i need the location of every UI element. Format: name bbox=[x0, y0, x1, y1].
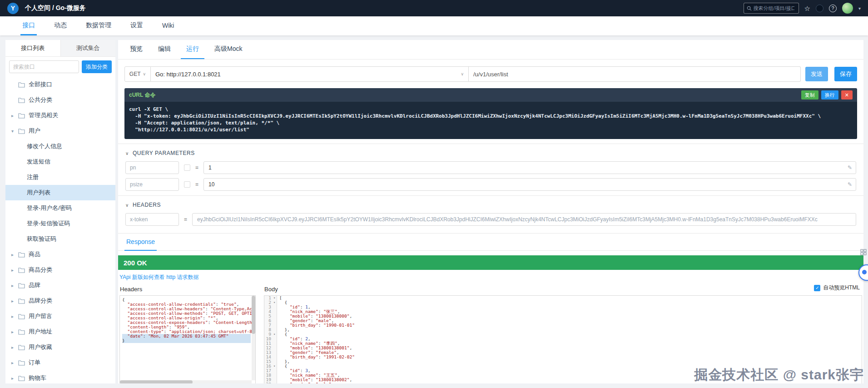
layout-expand-icon[interactable] bbox=[860, 249, 867, 257]
tree-item[interactable]: ▾用户 bbox=[5, 123, 115, 139]
caret-right-icon[interactable]: ▸ bbox=[11, 113, 18, 118]
response-panel: Response 200 OK YApi 新版如何查看 http 请求数据 He… bbox=[118, 233, 863, 383]
param-value-input[interactable]: 1✎ bbox=[203, 161, 856, 174]
sidebar-tab-api-list[interactable]: 接口列表 bbox=[5, 40, 60, 56]
tree-item[interactable]: 全部接口 bbox=[5, 77, 115, 92]
sidebar-tab-test-collection[interactable]: 测试集合 bbox=[60, 40, 116, 56]
tab-edit[interactable]: 编辑 bbox=[153, 40, 176, 59]
curl-copy-button[interactable]: 复制 bbox=[801, 90, 818, 99]
response-headers-code[interactable]: { "access-control-allow-credentials": "t… bbox=[119, 295, 256, 383]
path-input[interactable] bbox=[469, 66, 801, 82]
headers-section-header[interactable]: ∨ HEADERS bbox=[118, 195, 863, 213]
tree-item[interactable]: ▸商品分类 bbox=[5, 262, 115, 278]
fold-caret-icon[interactable]: ▾ bbox=[272, 364, 277, 368]
tab-preview[interactable]: 预览 bbox=[124, 40, 148, 59]
response-body-label: Body bbox=[264, 284, 862, 295]
caret-right-icon[interactable]: ▸ bbox=[11, 345, 18, 350]
tree-item[interactable]: ▸用户留言 bbox=[5, 308, 115, 324]
fold-caret-icon[interactable]: ▾ bbox=[272, 332, 277, 337]
fold-gutter bbox=[272, 309, 277, 314]
edit-pencil-icon[interactable]: ✎ bbox=[848, 181, 852, 188]
checkbox-checked-icon[interactable]: ✓ bbox=[814, 285, 820, 291]
param-key-input[interactable]: pn bbox=[125, 161, 179, 174]
add-category-button[interactable]: 添加分类 bbox=[82, 60, 112, 73]
param-key-input[interactable]: x-token bbox=[125, 213, 179, 226]
caret-right-icon[interactable]: ▸ bbox=[11, 298, 18, 303]
tree-item[interactable]: 修改个人信息 bbox=[5, 139, 115, 154]
param-checkbox[interactable] bbox=[184, 181, 190, 188]
tree-item[interactable]: ▸品牌分类 bbox=[5, 293, 115, 308]
tree-item[interactable]: ▸管理员相关 bbox=[5, 108, 115, 123]
nav-tab-wiki[interactable]: Wiki bbox=[160, 16, 176, 35]
caret-right-icon[interactable]: ▸ bbox=[11, 283, 18, 288]
curl-line: -H "x-token: eyJhbGciOiJIUzI1NiIsInR5cCI… bbox=[129, 113, 853, 119]
caret-right-icon[interactable]: ▸ bbox=[11, 268, 18, 273]
project-nav: 接口 动态 数据管理 设置 Wiki bbox=[0, 16, 868, 35]
yapi-logo-icon[interactable]: Y bbox=[7, 3, 19, 14]
caret-right-icon[interactable]: ▸ bbox=[11, 252, 18, 257]
send-button[interactable]: 发送 bbox=[805, 67, 828, 81]
tree-item[interactable]: ▸用户收藏 bbox=[5, 339, 115, 355]
nav-tab-activity[interactable]: 动态 bbox=[52, 16, 69, 35]
curl-wrap-button[interactable]: 换行 bbox=[821, 90, 838, 99]
tree-item[interactable]: 登录-用户名/密码 bbox=[5, 200, 115, 216]
tab-advanced-mock[interactable]: 高级Mock bbox=[209, 40, 248, 59]
tree-item[interactable]: ▸品牌 bbox=[5, 278, 115, 293]
folder-icon bbox=[18, 313, 25, 319]
caret-right-icon[interactable]: ▸ bbox=[11, 329, 18, 334]
vertical-scrollbar[interactable] bbox=[252, 296, 255, 380]
query-params-header[interactable]: ∨ QUERY PARAMETERS bbox=[118, 144, 863, 161]
chevron-down-icon[interactable]: ▾ bbox=[858, 6, 861, 11]
caret-right-icon[interactable]: ▸ bbox=[11, 376, 18, 381]
tree-item[interactable]: 注册 bbox=[5, 169, 115, 185]
domain-select[interactable]: Go: http://127.0.0.1:8021 ∨ bbox=[151, 66, 469, 82]
tree-item[interactable]: 用户列表 bbox=[5, 185, 115, 200]
param-checkbox[interactable] bbox=[184, 164, 190, 171]
sidebar-search-row: 添加分类 bbox=[5, 57, 115, 77]
fold-caret-icon[interactable]: ▾ bbox=[272, 300, 277, 305]
nav-tab-data[interactable]: 数据管理 bbox=[84, 16, 113, 35]
help-icon[interactable]: ? bbox=[829, 5, 837, 12]
tree-item[interactable]: 发送短信 bbox=[5, 154, 115, 169]
caret-right-icon[interactable]: ▸ bbox=[11, 314, 18, 319]
save-button[interactable]: 保存 bbox=[834, 67, 857, 81]
caret-right-icon[interactable]: ▸ bbox=[11, 360, 18, 365]
user-avatar[interactable] bbox=[842, 3, 853, 14]
horizontal-scrollbar[interactable] bbox=[120, 380, 252, 383]
fold-gutter bbox=[272, 350, 277, 355]
method-select[interactable]: GET ∨ bbox=[124, 66, 151, 82]
response-tab[interactable]: Response bbox=[124, 234, 157, 251]
nav-tab-settings[interactable]: 设置 bbox=[129, 16, 145, 35]
api-search-input[interactable] bbox=[9, 60, 79, 73]
folder-icon bbox=[18, 329, 25, 335]
breadcrumb[interactable]: 个人空间 / Go-微服务 bbox=[25, 4, 86, 12]
auto-preview-html-toggle[interactable]: ✓ 自动预览HTML bbox=[814, 284, 860, 292]
chevron-down-icon: ∨ bbox=[461, 72, 464, 76]
edit-pencil-icon[interactable]: ✎ bbox=[848, 164, 852, 171]
tree-item[interactable]: ▸购物车 bbox=[5, 370, 115, 383]
tree-item[interactable]: 公共分类 bbox=[5, 92, 115, 108]
sidebar-tabs: 接口列表 测试集合 bbox=[5, 40, 115, 57]
code-line: 1▾[ bbox=[264, 296, 862, 300]
code-line: 9▾ { bbox=[264, 332, 862, 337]
tree-item-label: 用户留言 bbox=[29, 312, 52, 320]
curl-close-button[interactable]: ✕ bbox=[841, 90, 853, 99]
notification-icon[interactable] bbox=[816, 5, 823, 12]
tree-item[interactable]: ▸商品 bbox=[5, 247, 115, 262]
help-link[interactable]: YApi 新版如何查看 http 请求数据 bbox=[119, 274, 198, 281]
tab-run[interactable]: 运行 bbox=[181, 40, 204, 59]
caret-down-icon[interactable]: ▾ bbox=[11, 129, 18, 134]
star-icon[interactable]: ☆ bbox=[804, 5, 810, 12]
param-value-input[interactable]: eyJhbGciOiJIUzI1NiIsInR5cCI6IkpXVCJ9.eyJ… bbox=[192, 213, 856, 226]
nav-tab-interface[interactable]: 接口 bbox=[20, 16, 37, 35]
tree-item[interactable]: ▸用户地址 bbox=[5, 324, 115, 339]
tree-item-label: 订单 bbox=[29, 358, 40, 367]
tree-item[interactable]: 登录-短信验证码 bbox=[5, 216, 115, 231]
fold-caret-icon[interactable]: ▾ bbox=[272, 296, 277, 300]
param-key-input[interactable]: psize bbox=[125, 178, 179, 191]
param-value-input[interactable]: 10✎ bbox=[203, 178, 856, 191]
fold-gutter bbox=[272, 355, 277, 359]
tree-item[interactable]: 获取验证码 bbox=[5, 231, 115, 247]
tree-item[interactable]: ▸订单 bbox=[5, 355, 115, 370]
global-search-input[interactable] bbox=[754, 5, 794, 11]
